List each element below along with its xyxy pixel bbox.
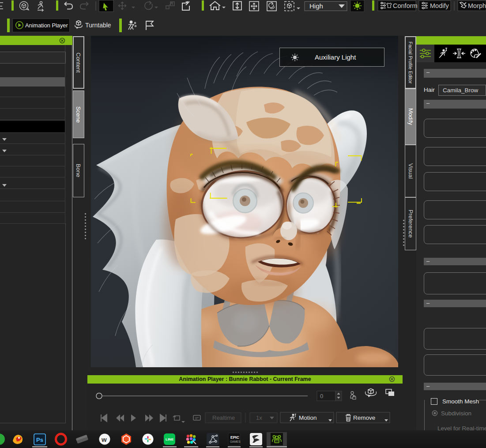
- svg-text:Motion: Motion: [299, 414, 317, 421]
- svg-text:w: w: [101, 436, 107, 443]
- svg-text:LINE: LINE: [166, 437, 174, 441]
- svg-text:Realtime: Realtime: [212, 414, 235, 421]
- svg-text:1x: 1x: [256, 414, 262, 421]
- svg-text:Animation Player: Animation Player: [25, 22, 68, 29]
- svg-text:Remove: Remove: [353, 414, 375, 421]
- svg-text:EPIC: EPIC: [230, 435, 239, 440]
- svg-text:0: 0: [320, 393, 323, 399]
- svg-text:High: High: [309, 2, 323, 10]
- svg-text:Modify: Modify: [430, 2, 449, 9]
- svg-text:GAMES: GAMES: [230, 440, 241, 443]
- svg-text:Ps: Ps: [36, 437, 43, 443]
- svg-text:Morph: Morph: [468, 2, 486, 9]
- svg-text:Conform: Conform: [393, 2, 418, 9]
- svg-text:Turntable: Turntable: [85, 22, 111, 29]
